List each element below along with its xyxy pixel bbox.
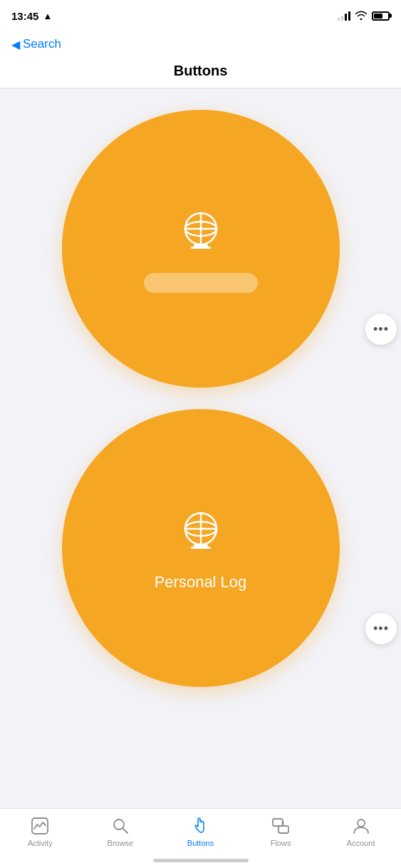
- status-time: 13:45: [11, 10, 38, 22]
- svg-rect-11: [191, 547, 211, 549]
- status-bar: 13:45 ▲: [0, 0, 401, 31]
- tab-label-buttons: Buttons: [187, 839, 214, 847]
- svg-rect-15: [273, 819, 283, 826]
- globe-icon-1: [172, 205, 229, 262]
- tab-item-flows[interactable]: Flows: [241, 816, 321, 847]
- tab-item-browse[interactable]: Browse: [80, 816, 161, 847]
- tab-item-account[interactable]: Account: [321, 816, 401, 847]
- signal-bar-1: [338, 18, 340, 21]
- more-options-icon-2: •••: [373, 621, 389, 636]
- svg-rect-5: [191, 247, 211, 249]
- button-label-redacted-1: [144, 273, 258, 293]
- signal-bar-2: [341, 16, 343, 21]
- tab-icon-buttons: [190, 816, 210, 836]
- back-label: Search: [23, 37, 61, 51]
- main-content: ••• Personal Log •••: [0, 88, 401, 787]
- button-card-wrapper-2: Personal Log •••: [11, 409, 390, 687]
- svg-rect-17: [281, 822, 284, 825]
- svg-point-18: [358, 820, 365, 827]
- signal-bar-3: [345, 14, 347, 21]
- globe-icon-2: [172, 505, 229, 562]
- status-bar-right: [338, 10, 390, 22]
- home-indicator: [153, 859, 249, 862]
- wifi-icon: [355, 10, 368, 22]
- button-label-2: Personal Log: [155, 573, 247, 591]
- tab-label-browse: Browse: [108, 839, 134, 847]
- tab-label-activity: Activity: [28, 839, 53, 847]
- tab-label-flows: Flows: [271, 839, 291, 847]
- status-bar-left: 13:45 ▲: [11, 10, 52, 22]
- tab-icon-browse: [110, 816, 130, 836]
- location-icon: ▲: [43, 11, 52, 21]
- svg-line-14: [123, 829, 127, 834]
- more-options-button-1[interactable]: •••: [365, 314, 397, 345]
- battery-icon: [372, 11, 390, 21]
- more-options-icon-1: •••: [373, 322, 389, 337]
- tab-icon-account: [351, 816, 371, 836]
- signal-bar-4: [348, 11, 350, 21]
- svg-rect-4: [194, 244, 208, 247]
- nav-back: ◀ Search: [0, 31, 401, 57]
- more-options-button-2[interactable]: •••: [365, 613, 397, 644]
- svg-rect-16: [278, 826, 288, 833]
- page-title: Buttons: [0, 63, 401, 79]
- page-header: Buttons: [0, 57, 401, 88]
- tab-label-account: Account: [347, 839, 375, 847]
- tab-item-activity[interactable]: Activity: [0, 816, 80, 847]
- button-card-wrapper-1: •••: [11, 110, 390, 388]
- tab-icon-activity: [30, 816, 50, 836]
- svg-rect-10: [194, 544, 208, 547]
- signal-bars: [338, 11, 350, 21]
- battery-fill: [374, 14, 382, 19]
- tab-icon-flows: [271, 816, 291, 836]
- back-arrow-icon: ◀: [11, 38, 20, 51]
- back-button[interactable]: ◀ Search: [11, 37, 61, 51]
- button-card-1[interactable]: [62, 110, 340, 388]
- button-card-2[interactable]: Personal Log: [62, 409, 340, 687]
- tab-item-buttons[interactable]: Buttons: [160, 816, 241, 847]
